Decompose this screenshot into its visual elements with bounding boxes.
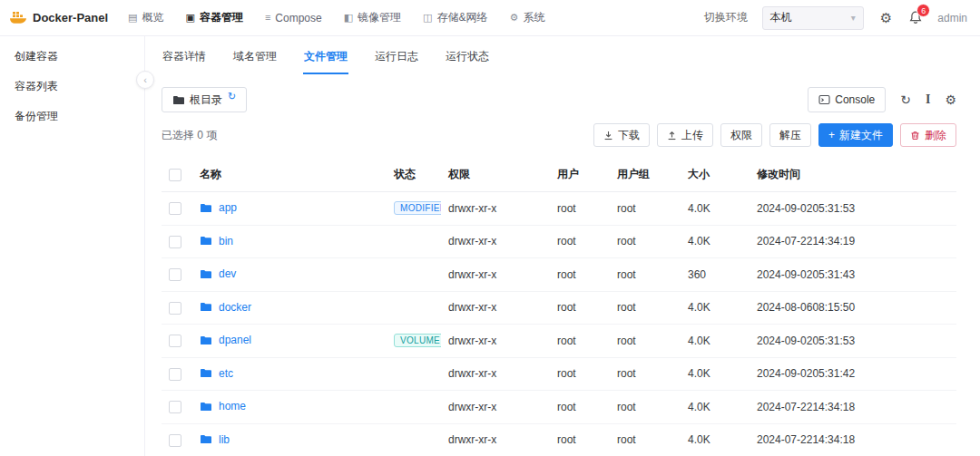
row-checkbox[interactable] bbox=[169, 202, 181, 215]
row-checkbox[interactable] bbox=[169, 434, 181, 447]
image-icon: ◧ bbox=[344, 13, 353, 23]
root-directory-button[interactable]: 根目录 ↻ bbox=[162, 87, 247, 112]
table-row: dpanel VOLUME drwxr-xr-x root root 4.0K … bbox=[162, 325, 956, 358]
path-refresh-icon: ↻ bbox=[228, 91, 236, 102]
tab[interactable]: 运行日志 bbox=[374, 47, 419, 74]
column-header: 大小 bbox=[681, 158, 750, 192]
file-name-link[interactable]: dev bbox=[219, 267, 236, 280]
tab-label: 容器详情 bbox=[162, 50, 206, 63]
extract-button[interactable]: 解压 bbox=[769, 123, 811, 147]
file-name-link[interactable]: etc bbox=[219, 367, 233, 380]
console-button[interactable]: Console bbox=[808, 87, 886, 112]
size-cell: 4.0K bbox=[681, 325, 750, 358]
sidebar: 创建容器 容器列表 备份管理 ‹ bbox=[0, 36, 145, 456]
size-cell: 4.0K bbox=[681, 357, 750, 391]
folder-icon bbox=[200, 335, 212, 345]
docker-whale-logo-icon bbox=[9, 11, 27, 24]
file-name-link[interactable]: docker bbox=[219, 301, 251, 314]
tab[interactable]: 运行状态 bbox=[445, 47, 490, 74]
file-name-link[interactable]: dpanel bbox=[219, 334, 251, 346]
mtime-cell: 2024-09-0205:31:42 bbox=[750, 357, 956, 391]
size-cell: 4.0K bbox=[681, 423, 750, 456]
tab[interactable]: 域名管理 bbox=[232, 47, 278, 74]
row-checkbox[interactable] bbox=[169, 268, 181, 281]
compose-icon: ≡ bbox=[265, 13, 270, 23]
row-checkbox[interactable] bbox=[169, 335, 181, 347]
folder-icon bbox=[200, 236, 212, 246]
select-all-checkbox[interactable] bbox=[169, 169, 181, 181]
nav-item[interactable]: ≡ Compose bbox=[265, 12, 322, 24]
size-cell: 360 bbox=[681, 258, 750, 292]
user-cell: root bbox=[550, 225, 610, 258]
sidebar-item[interactable]: 容器列表 bbox=[0, 72, 144, 102]
file-name-link[interactable]: bin bbox=[219, 235, 233, 247]
row-checkbox[interactable] bbox=[169, 302, 181, 315]
mtime-cell: 2024-09-0205:31:43 bbox=[750, 258, 956, 292]
notifications-bell[interactable]: 6 bbox=[908, 10, 923, 25]
terminal-icon bbox=[818, 94, 830, 105]
sidebar-collapse-button[interactable]: ‹ bbox=[136, 71, 154, 89]
settings-gear-icon[interactable]: ⚙ bbox=[878, 9, 894, 26]
column-header: 修改时间 bbox=[750, 158, 956, 192]
folder-icon bbox=[200, 434, 212, 444]
sidebar-menu: 创建容器 容器列表 备份管理 bbox=[0, 42, 144, 131]
table-row: bin drwxr-xr-x root root 4.0K 2024-07-22… bbox=[162, 225, 956, 258]
new-file-button[interactable]: + 新建文件 bbox=[818, 123, 893, 147]
column-header: 用户组 bbox=[610, 158, 681, 192]
folder-icon bbox=[200, 302, 212, 312]
row-checkbox[interactable] bbox=[169, 368, 181, 381]
table-row: app MODIFIED drwxr-xr-x root root 4.0K 2… bbox=[162, 192, 956, 226]
file-name-link[interactable]: home bbox=[219, 400, 246, 412]
nav-item[interactable]: ⚙ 系统 bbox=[510, 10, 545, 25]
folder-icon bbox=[200, 269, 212, 279]
tab-label: 运行日志 bbox=[375, 50, 418, 63]
nav-item[interactable]: ▤ 概览 bbox=[128, 10, 163, 25]
nav-item[interactable]: ▣ 容器管理 bbox=[186, 10, 243, 25]
nav-item[interactable]: ◫ 存储&网络 bbox=[423, 10, 487, 25]
table-row: docker drwxr-xr-x root root 4.0K 2024-08… bbox=[162, 291, 956, 325]
permission-cell: drwxr-xr-x bbox=[441, 325, 550, 358]
file-name-link[interactable]: lib bbox=[219, 433, 230, 446]
upload-button[interactable]: 上传 bbox=[657, 123, 713, 147]
row-checkbox[interactable] bbox=[169, 401, 181, 413]
mtime-cell: 2024-07-2214:34:19 bbox=[750, 225, 956, 258]
permission-cell: drwxr-xr-x bbox=[441, 258, 550, 292]
table-settings-gear-icon[interactable]: ⚙ bbox=[945, 93, 956, 106]
current-user[interactable]: admin bbox=[937, 12, 967, 24]
delete-button[interactable]: 删除 bbox=[900, 123, 956, 147]
brand[interactable]: Docker-Panel bbox=[9, 11, 108, 24]
group-cell: root bbox=[610, 357, 681, 391]
nav-item-label: 镜像管理 bbox=[358, 10, 401, 25]
tab-label: 运行状态 bbox=[446, 50, 489, 63]
table-row: dev drwxr-xr-x root root 360 2024-09-020… bbox=[162, 258, 956, 292]
tab[interactable]: 容器详情 bbox=[162, 47, 207, 74]
permission-button[interactable]: 权限 bbox=[720, 123, 762, 147]
tab[interactable]: 文件管理 bbox=[303, 47, 348, 74]
sidebar-item-label: 创建容器 bbox=[15, 50, 58, 63]
group-cell: root bbox=[610, 225, 681, 258]
sidebar-item-label: 容器列表 bbox=[15, 80, 58, 92]
group-cell: root bbox=[610, 325, 681, 358]
column-header: 名称 bbox=[192, 158, 387, 192]
table-row: lib drwxr-xr-x root root 4.0K 2024-07-22… bbox=[162, 423, 956, 456]
text-cursor-icon[interactable]: I bbox=[926, 93, 930, 106]
download-button[interactable]: 下载 bbox=[593, 123, 650, 147]
size-cell: 4.0K bbox=[681, 291, 750, 325]
sidebar-item[interactable]: 创建容器 bbox=[0, 42, 144, 72]
file-name-link[interactable]: app bbox=[219, 201, 237, 214]
environment-select[interactable]: 本机 ▾ bbox=[762, 6, 864, 30]
permission-cell: drwxr-xr-x bbox=[441, 291, 550, 325]
user-cell: root bbox=[550, 258, 610, 292]
system-icon: ⚙ bbox=[510, 13, 519, 23]
tab-label: 文件管理 bbox=[304, 50, 348, 63]
upload-icon bbox=[667, 131, 677, 141]
user-cell: root bbox=[550, 291, 610, 325]
row-checkbox[interactable] bbox=[169, 236, 181, 248]
size-cell: 4.0K bbox=[681, 192, 750, 226]
table-header-row: 名称状态权限用户用户组大小修改时间 bbox=[162, 158, 956, 192]
nav-item[interactable]: ◧ 镜像管理 bbox=[344, 10, 401, 25]
folder-icon bbox=[200, 203, 212, 213]
selected-count-text: 已选择 0 项 bbox=[162, 128, 217, 143]
sidebar-item[interactable]: 备份管理 bbox=[0, 102, 144, 131]
refresh-icon[interactable]: ↻ bbox=[900, 93, 911, 106]
